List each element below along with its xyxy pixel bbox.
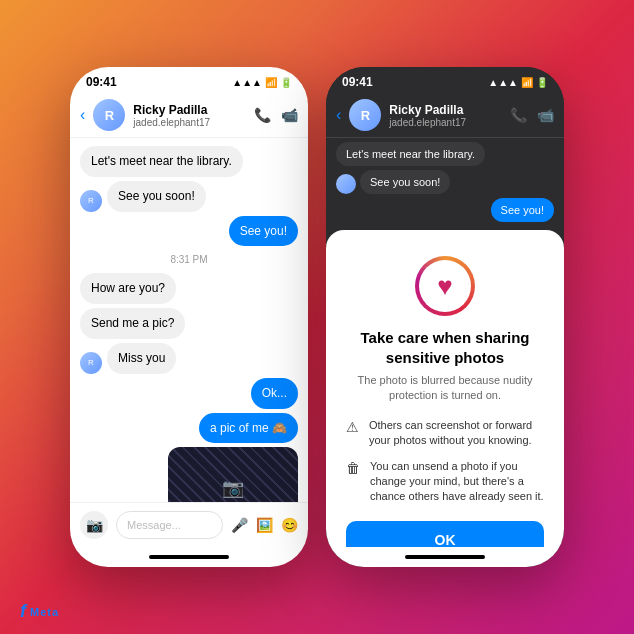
msg-7: Ok... [251,378,298,409]
right-wifi-icon: 📶 [521,77,533,88]
sender-avatar-2: R [80,190,102,212]
left-home-bar [149,555,229,559]
msg-8-wrapper: a pic of me 🙈 [80,413,298,444]
right-phone: 09:41 ▲▲▲ 📶 🔋 ‹ R Ricky Padilla jaded.el… [326,67,564,567]
msg-8: a pic of me 🙈 [199,413,298,444]
right-video-call-icon[interactable]: 📹 [537,107,554,123]
signal-icon: ▲▲▲ [232,77,262,88]
meta-label: Meta [30,606,59,618]
warning-icon: ⚠ [346,419,359,435]
modal-item-1-text: Others can screenshot or forward your ph… [369,418,544,449]
right-contact-avatar: R [349,99,381,131]
right-back-button[interactable]: ‹ [336,106,341,124]
video-call-icon[interactable]: 📹 [281,107,298,123]
right-battery-icon: 🔋 [536,77,548,88]
time-divider: 8:31 PM [80,254,298,265]
contact-name: Ricky Padilla [133,103,246,117]
dark-row-2: See you soon! [336,170,554,194]
right-header-action-icons: 📞 📹 [510,107,554,123]
battery-icon: 🔋 [280,77,292,88]
msg-row-6: R Miss you [80,343,298,374]
nudity-icon: 📷 [222,477,244,499]
right-contact-info: Ricky Padilla jaded.elephant17 [389,103,502,128]
wifi-icon: 📶 [265,77,277,88]
heart-icon-container: ♥ [415,256,475,316]
msg-1: Let's meet near the library. [80,146,243,177]
modal-sheet: ♥ Take care when sharingsensitive photos… [326,230,564,547]
right-status-icons: ▲▲▲ 📶 🔋 [488,77,548,88]
emoji-icon[interactable]: 😊 [281,517,298,533]
trash-icon: 🗑 [346,460,360,476]
msg-5: Send me a pic? [80,308,185,339]
contact-info: Ricky Padilla jaded.elephant17 [133,103,246,128]
msg-4: How are you? [80,273,176,304]
modal-item-2: 🗑 You can unsend a photo if you change y… [346,459,544,505]
sender-avatar-6: R [80,352,102,374]
left-status-bar: 09:41 ▲▲▲ 📶 🔋 [70,67,308,93]
input-action-icons: 🎤 🖼️ 😊 [231,517,298,533]
contact-username: jaded.elephant17 [133,117,246,128]
msg-6: Miss you [107,343,176,374]
right-contact-name: Ricky Padilla [389,103,502,117]
left-chat-area: Let's meet near the library. R See you s… [70,138,308,502]
left-time: 09:41 [86,75,117,89]
right-chat-header: ‹ R Ricky Padilla jaded.elephant17 📞 📹 [326,93,564,138]
meta-logo-icon: f [20,601,26,622]
msg-2: See you soon! [107,181,206,212]
dark-chat-preview: Let's meet near the library. See you soo… [326,138,564,230]
left-home-indicator [70,547,308,567]
dark-msg-2: See you soon! [360,170,450,194]
right-signal-icon: ▲▲▲ [488,77,518,88]
call-icon[interactable]: 📞 [254,107,271,123]
gallery-icon[interactable]: 🖼️ [256,517,273,533]
photo-nudity-card[interactable]: 📷 Photo may contain nudity [168,447,298,502]
modal-items: ⚠ Others can screenshot or forward your … [346,418,544,505]
camera-button[interactable]: 📷 [80,511,108,539]
meta-brand: f Meta [20,601,59,622]
right-home-bar [405,555,485,559]
msg-7-wrapper: Ok... [80,378,298,409]
right-call-icon[interactable]: 📞 [510,107,527,123]
message-input[interactable]: Message... [116,511,223,539]
msg-row-2: R See you soon! [80,181,298,212]
right-status-bar: 09:41 ▲▲▲ 📶 🔋 [326,67,564,93]
contact-avatar: R [93,99,125,131]
modal-item-1: ⚠ Others can screenshot or forward your … [346,418,544,449]
input-placeholder: Message... [127,519,181,531]
dark-msg-3: See you! [491,198,554,222]
modal-title: Take care when sharingsensitive photos [361,328,530,367]
right-home-indicator [326,547,564,567]
msg-3: See you! [229,216,298,247]
photo-card-wrapper: 📷 Photo may contain nudity [80,447,298,502]
msg-3-wrapper: See you! [80,216,298,247]
modal-subtitle: The photo is blurred because nudity prot… [346,373,544,404]
back-button[interactable]: ‹ [80,106,85,124]
mic-icon[interactable]: 🎤 [231,517,248,533]
header-action-icons: 📞 📹 [254,107,298,123]
right-time: 09:41 [342,75,373,89]
ok-button[interactable]: OK [346,521,544,547]
heart-icon: ♥ [437,271,452,302]
left-chat-header: ‹ R Ricky Padilla jaded.elephant17 📞 📹 [70,93,308,138]
modal-item-2-text: You can unsend a photo if you change you… [370,459,544,505]
ok-button-label: OK [435,532,456,547]
left-phone: 09:41 ▲▲▲ 📶 🔋 ‹ R Ricky Padilla jaded.el… [70,67,308,567]
dark-msg-1: Let's meet near the library. [336,142,485,166]
main-container: 09:41 ▲▲▲ 📶 🔋 ‹ R Ricky Padilla jaded.el… [0,0,634,634]
heart-icon-inner: ♥ [419,260,471,312]
left-input-bar: 📷 Message... 🎤 🖼️ 😊 [70,502,308,547]
left-status-icons: ▲▲▲ 📶 🔋 [232,77,292,88]
dark-avatar-2 [336,174,356,194]
right-contact-username: jaded.elephant17 [389,117,502,128]
